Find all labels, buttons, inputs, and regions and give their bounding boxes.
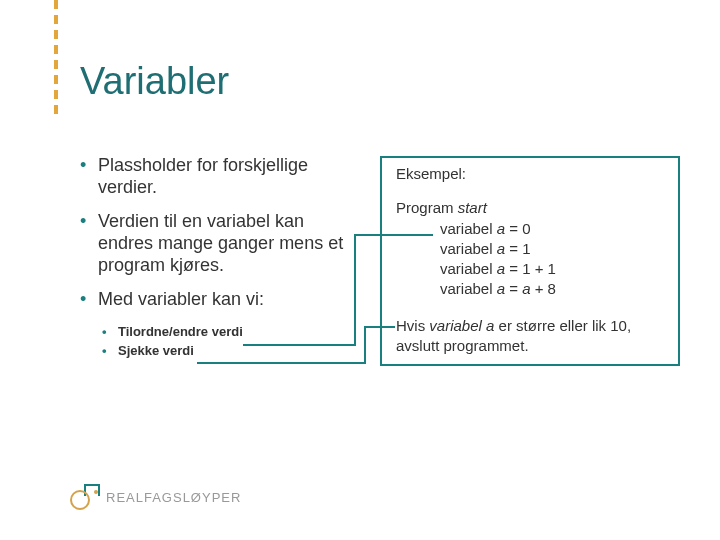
logo-mark-icon <box>70 484 100 510</box>
code-line-1: variabel a = 0 <box>440 219 664 239</box>
bullet-list: Plassholder for forskjellige verdier. Ve… <box>80 155 360 362</box>
logo-text: REALFAGSLØYPER <box>106 490 241 505</box>
t: variabel <box>440 220 497 237</box>
code-line-4: variabel a = a + 8 <box>440 279 664 299</box>
t: = 1 + 1 <box>505 260 556 277</box>
var-a: a <box>497 240 505 257</box>
var-a: a <box>497 260 505 277</box>
var-a: a <box>497 280 505 297</box>
var-ref: variabel a <box>429 317 494 334</box>
sub-bullet-2: Sjekke verdi <box>80 342 360 360</box>
code-line-3: variabel a = 1 + 1 <box>440 259 664 279</box>
program-start-word: start <box>458 199 487 216</box>
bullet-3: Med variabler kan vi: <box>80 289 360 311</box>
t: variabel <box>440 280 497 297</box>
example-box: Eksempel: Program start variabel a = 0 v… <box>380 156 680 366</box>
t: + 8 <box>531 280 556 297</box>
example-header: Eksempel: <box>396 164 664 184</box>
var-a: a <box>497 220 505 237</box>
program-start-line: Program start <box>396 198 664 218</box>
t: Hvis <box>396 317 429 334</box>
side-accent <box>54 0 58 114</box>
bullet-1: Plassholder for forskjellige verdier. <box>80 155 360 199</box>
sub-bullet-1: Tilordne/endre verdi <box>80 323 360 341</box>
bullet-2: Verdien til en variabel kan endres mange… <box>80 211 360 277</box>
t: = 0 <box>505 220 530 237</box>
conditional-line: Hvis variabel a er større eller lik 10, … <box>396 316 664 357</box>
slide-title: Variabler <box>80 60 229 103</box>
t: variabel <box>440 240 497 257</box>
var-a: a <box>522 280 530 297</box>
t: = <box>505 280 522 297</box>
t: = 1 <box>505 240 530 257</box>
code-line-2: variabel a = 1 <box>440 239 664 259</box>
footer-logo: REALFAGSLØYPER <box>70 484 241 510</box>
t: variabel <box>440 260 497 277</box>
program-label: Program <box>396 199 458 216</box>
